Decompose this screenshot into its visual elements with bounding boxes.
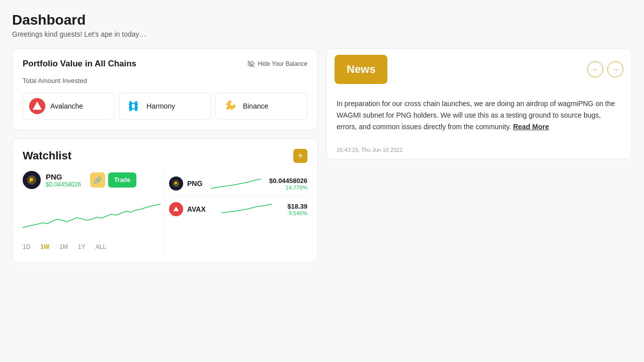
svg-rect-2: [129, 101, 132, 111]
filter-1m[interactable]: 1M: [59, 241, 68, 252]
portfolio-card: Portfolio Value in All Chains Hide Your …: [12, 48, 318, 130]
png-mini-chart: [211, 176, 261, 191]
link-icon: 🔗: [94, 176, 102, 184]
svg-marker-1: [33, 102, 42, 110]
link-button[interactable]: 🔗: [90, 172, 105, 188]
svg-marker-8: [174, 207, 179, 211]
filter-1d[interactable]: 1D: [23, 241, 30, 252]
selected-token-name: PNG: [46, 172, 81, 181]
news-timestamp: 15:43:15, Thu Jun 16 2022: [327, 141, 631, 159]
read-more-link[interactable]: Read More: [513, 123, 549, 131]
hide-balance-button[interactable]: Hide Your Balance: [248, 60, 307, 67]
harmony-label: Harmony: [146, 102, 175, 110]
news-text: In preparation for our cross chain launc…: [337, 98, 621, 133]
news-body: In preparation for our cross chain launc…: [327, 90, 631, 141]
portfolio-title: Portfolio Value in All Chains: [23, 59, 136, 69]
svg-rect-3: [135, 101, 137, 111]
avax-row-price: $18.39: [287, 203, 307, 210]
news-prev-button[interactable]: ←: [587, 61, 603, 77]
harmony-icon: [125, 98, 141, 114]
news-card: News ← → In preparation for our cross ch…: [326, 48, 632, 159]
news-title: News: [335, 55, 387, 84]
page-title: Dashboard: [12, 12, 632, 28]
png-row-change: 14.779%: [269, 185, 307, 191]
news-next-button[interactable]: →: [607, 61, 623, 77]
chain-tab-avalanche[interactable]: Avalanche: [23, 93, 115, 120]
token-row-png[interactable]: PNG $0.04458026 14.779%: [169, 171, 307, 197]
selected-token-price: $0.04458026: [46, 181, 81, 188]
watchlist-chart: [23, 195, 160, 235]
avax-row-icon: [169, 202, 183, 216]
news-navigation: ← →: [587, 61, 623, 77]
watchlist-selected-panel: PNG $0.04458026 🔗 Trade: [23, 171, 165, 252]
watchlist-title: Watchlist: [23, 149, 71, 162]
avax-mini-chart: [221, 202, 272, 217]
avalanche-icon: [29, 98, 45, 114]
page-subtitle: Greetings kind guests! Let's ape in toda…: [12, 30, 632, 38]
add-watchlist-button[interactable]: +: [293, 149, 307, 163]
avax-row-change: 9.540%: [287, 210, 307, 216]
chain-tabs: Avalanche Harm: [23, 93, 307, 120]
png-token-icon: [23, 171, 41, 189]
total-amount-label: Total Amount Invested: [23, 77, 307, 84]
avalanche-label: Avalanche: [50, 102, 83, 110]
trade-button[interactable]: Trade: [108, 172, 136, 188]
png-row-icon: [169, 176, 183, 191]
filter-all[interactable]: ALL: [96, 241, 106, 252]
eye-off-icon: [248, 60, 255, 67]
avax-row-name: AVAX: [187, 205, 206, 213]
hide-balance-label: Hide Your Balance: [258, 60, 307, 67]
binance-label: Binance: [243, 102, 269, 110]
png-row-name: PNG: [187, 179, 202, 188]
watchlist-card: Watchlist +: [12, 138, 318, 263]
chain-tab-binance[interactable]: Binance: [215, 93, 307, 120]
watchlist-token-list: PNG $0.04458026 14.779%: [165, 171, 307, 252]
time-filter-bar: 1D 1W 1M 1Y ALL: [23, 241, 160, 252]
filter-1y[interactable]: 1Y: [78, 241, 86, 252]
filter-1w[interactable]: 1W: [40, 241, 49, 252]
chain-tab-harmony[interactable]: Harmony: [119, 93, 211, 120]
token-row-avax[interactable]: AVAX $18.39 9.540%: [169, 197, 307, 222]
binance-icon: [222, 98, 238, 114]
svg-rect-6: [30, 181, 31, 183]
png-row-price: $0.04458026: [269, 177, 307, 185]
